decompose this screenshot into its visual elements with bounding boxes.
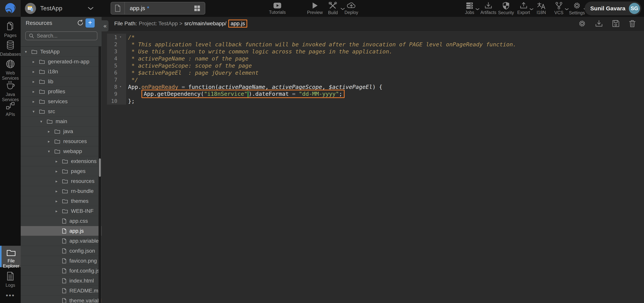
tree-item-main[interactable]: ▾main <box>21 116 102 126</box>
tree-item-lib[interactable]: ▸lib <box>21 77 102 87</box>
deploy-button[interactable]: Deploy <box>341 0 362 17</box>
tutorials-button[interactable]: Tutorials <box>267 0 288 17</box>
user-menu[interactable]: Sunil Gavara SG <box>584 1 641 15</box>
tree-item-app.js[interactable]: app.js <box>21 226 102 236</box>
open-file-tab[interactable]: app.js * <box>110 2 205 14</box>
tree-item-theme.variables[interactable]: theme.variables <box>21 296 102 303</box>
tree-caret-icon[interactable]: ▾ <box>25 49 32 54</box>
project-selector[interactable]: TestApp <box>25 0 94 17</box>
sidebar-item-web-services[interactable]: WebServices <box>0 59 21 81</box>
tree-scrollbar-thumb[interactable] <box>99 158 101 177</box>
chevron-down-icon[interactable] <box>88 7 94 10</box>
tree-item-webapp[interactable]: ▾webapp <box>21 146 102 156</box>
tree-caret-icon[interactable]: ▸ <box>56 209 62 213</box>
code-line-9[interactable]: 9 App.getDependency("i18nService").dateF… <box>102 90 644 97</box>
api-icon <box>6 101 15 110</box>
jobs-button[interactable]: Jobs <box>460 0 479 17</box>
export-button[interactable]: Export <box>514 0 533 17</box>
editor-settings-icon[interactable] <box>578 19 586 27</box>
tree-item-WEB-INF[interactable]: ▸WEB-INF <box>21 206 102 216</box>
wavemaker-logo[interactable] <box>0 0 21 17</box>
sidebar-item-logs[interactable]: Logs <box>0 272 21 288</box>
tree-caret-icon[interactable]: ▸ <box>48 129 54 134</box>
tree-item-font.config.js[interactable]: font.config.js <box>21 266 102 276</box>
folder-icon <box>62 169 68 174</box>
add-resource-button[interactable]: + <box>86 18 95 27</box>
tree-item-TestApp[interactable]: ▾TestApp <box>21 47 102 57</box>
code-area[interactable]: 1▾/*2 * This application level callback … <box>102 31 644 303</box>
code-line-5[interactable]: 5 * activePageScope: scope of the page <box>102 62 644 69</box>
tree-item-app.css[interactable]: app.css <box>21 216 102 226</box>
settings-button[interactable]: Settings <box>567 0 586 17</box>
tree-caret-icon[interactable]: ▸ <box>56 159 62 164</box>
tree-item-README.md[interactable]: README.md <box>21 286 102 296</box>
tree-item-resources[interactable]: ▸resources <box>21 136 102 146</box>
grid-icon[interactable] <box>194 5 200 11</box>
code-text: App.onPageReady = function(activePageNam… <box>128 84 382 90</box>
delete-icon[interactable] <box>629 19 636 27</box>
sidebar-item-java-services[interactable]: JavaServices <box>0 80 21 102</box>
fold-caret-icon[interactable]: ▾ <box>120 83 126 90</box>
security-button[interactable]: Security <box>497 0 515 17</box>
code-line-7[interactable]: 7 */ <box>102 76 644 83</box>
tree-caret-icon[interactable]: ▸ <box>32 99 39 104</box>
tree-caret-icon[interactable]: ▸ <box>56 179 62 184</box>
code-line-8[interactable]: 8▾App.onPageReady = function(activePageN… <box>102 83 644 90</box>
tree-item-generated-rn-app[interactable]: ▸generated-rn-app <box>21 57 102 67</box>
sidebar-item-apis[interactable]: APIs <box>0 101 21 117</box>
tree-item-profiles[interactable]: ▸profiles <box>21 87 102 96</box>
tree-scrollbar[interactable] <box>98 46 101 303</box>
search-box[interactable]: Search... <box>25 31 97 40</box>
line-number: 7 <box>107 76 120 83</box>
code-line-4[interactable]: 4 * activePageName : name of the page <box>102 55 644 62</box>
code-line-6[interactable]: 6 * $activePageEl : page jQuery element <box>102 69 644 76</box>
tree-caret-icon[interactable]: ▸ <box>48 139 54 144</box>
tree-caret-icon[interactable]: ▸ <box>32 79 39 84</box>
tree-item-rn-bundle[interactable]: ▸rn-bundle <box>21 186 102 196</box>
code-line-3[interactable]: 3 * Use this function to write common lo… <box>102 48 644 55</box>
tree-item-favicon.png[interactable]: favicon.png <box>21 256 102 266</box>
build-button[interactable]: Build <box>322 0 344 17</box>
tree-item-app.variables.js[interactable]: app.variables.js <box>21 236 102 246</box>
sidebar-item-databases[interactable]: Databases <box>0 40 21 57</box>
tree-caret-icon[interactable]: ▸ <box>32 89 39 94</box>
file-icon <box>62 248 66 254</box>
tree-caret-icon[interactable]: ▸ <box>32 69 39 74</box>
tree-item-services[interactable]: ▸services <box>21 96 102 106</box>
deploy-label: Deploy <box>344 10 358 15</box>
tree-caret-icon[interactable]: ▾ <box>40 119 47 124</box>
tree-item-index.html[interactable]: index.html <box>21 276 102 286</box>
tree-caret-icon[interactable]: ▸ <box>56 199 62 203</box>
code-line-1[interactable]: 1▾/* <box>102 34 644 41</box>
more-options-button[interactable]: ••• <box>0 292 21 299</box>
tree-caret-icon[interactable]: ▸ <box>32 59 39 64</box>
line-number: 6 <box>107 69 120 76</box>
tree-item-themes[interactable]: ▸themes <box>21 196 102 206</box>
i18n-label: I18N <box>537 10 546 15</box>
tree-item-pages[interactable]: ▸pages <box>21 166 102 176</box>
tree-item-java[interactable]: ▸java <box>21 126 102 136</box>
vcs-button[interactable]: VCS <box>550 0 568 17</box>
collapse-panel-button[interactable]: « <box>102 20 108 31</box>
tree-caret-icon[interactable]: ▾ <box>48 149 54 154</box>
tree-caret-icon[interactable]: ▾ <box>32 109 39 114</box>
tree-item-config.json[interactable]: config.json <box>21 246 102 256</box>
tree-item-src[interactable]: ▾src <box>21 106 102 116</box>
save-icon[interactable] <box>612 19 620 27</box>
tree-caret-icon[interactable]: ▸ <box>56 169 62 174</box>
fold-caret-icon[interactable]: ▾ <box>120 34 126 41</box>
refresh-icon[interactable] <box>77 19 84 26</box>
file-tree: ▾TestApp▸generated-rn-app▸i18n▸lib▸profi… <box>21 46 102 303</box>
tree-item-resources[interactable]: ▸resources <box>21 176 102 186</box>
sidebar-item-pages[interactable]: Pages <box>0 21 21 38</box>
tree-caret-icon[interactable]: ▸ <box>56 189 62 193</box>
i18n-button[interactable]: I18N <box>532 0 550 17</box>
tree-item-extensions[interactable]: ▸extensions <box>21 156 102 166</box>
sidebar-item-file-explorer[interactable]: FileExplorer <box>0 246 21 267</box>
artifacts-button[interactable]: Artifacts <box>479 0 498 17</box>
chevron-down-icon[interactable] <box>475 8 480 10</box>
download-file-icon[interactable] <box>595 20 603 27</box>
tree-item-i18n[interactable]: ▸i18n <box>21 67 102 77</box>
code-line-2[interactable]: 2 * This application level callback func… <box>102 41 644 48</box>
code-line-10[interactable]: 10}; <box>102 97 644 105</box>
